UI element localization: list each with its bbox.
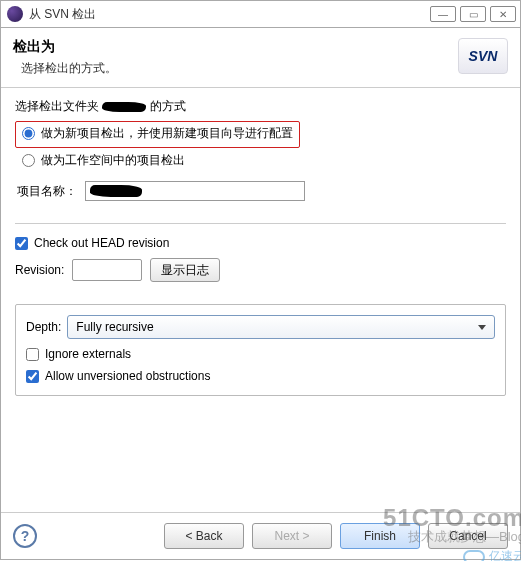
window-title: 从 SVN 检出: [29, 6, 430, 23]
allow-unversioned-checkbox[interactable]: [26, 370, 39, 383]
separator: [15, 223, 506, 224]
project-name-row: 项目名称：: [17, 181, 504, 201]
radio-workspace-input[interactable]: [22, 154, 35, 167]
allow-unversioned-label: Allow unversioned obstructions: [45, 369, 210, 383]
radio-workspace-label: 做为工作空间中的项目检出: [41, 152, 185, 169]
maximize-button[interactable]: ▭: [460, 6, 486, 22]
ignore-externals-row[interactable]: Ignore externals: [26, 347, 495, 361]
method-label-prefix: 选择检出文件夹: [15, 99, 102, 113]
redacted-project-name: [90, 185, 142, 197]
ignore-externals-label: Ignore externals: [45, 347, 131, 361]
window-buttons: — ▭ ✕: [430, 6, 516, 22]
radio-new-project-label: 做为新项目检出，并使用新建项目向导进行配置: [41, 125, 293, 142]
checkout-head-row[interactable]: Check out HEAD revision: [15, 236, 506, 250]
method-group-label: 选择检出文件夹 的方式: [15, 98, 506, 115]
svn-logo-icon: SVN: [458, 38, 508, 74]
banner-title: 检出为: [13, 38, 117, 56]
back-button[interactable]: < Back: [164, 523, 244, 549]
depth-select[interactable]: Fully recursive: [67, 315, 495, 339]
revision-label: Revision:: [15, 263, 64, 277]
allow-unversioned-row[interactable]: Allow unversioned obstructions: [26, 369, 495, 383]
next-button[interactable]: Next >: [252, 523, 332, 549]
cancel-button[interactable]: Cancel: [428, 523, 508, 549]
redacted-folder-name: [102, 102, 146, 112]
depth-label: Depth:: [26, 320, 61, 334]
banner-subtitle: 选择检出的方式。: [13, 60, 117, 77]
radio-new-project[interactable]: 做为新项目检出，并使用新建项目向导进行配置: [22, 125, 293, 142]
radio-workspace-project[interactable]: 做为工作空间中的项目检出: [15, 152, 506, 169]
wizard-footer: ? < Back Next > Finish Cancel: [1, 512, 520, 559]
radio-new-project-input[interactable]: [22, 127, 35, 140]
minimize-button[interactable]: —: [430, 6, 456, 22]
ignore-externals-checkbox[interactable]: [26, 348, 39, 361]
window-body: 检出为 选择检出的方式。 SVN 选择检出文件夹 的方式 做为新项目检出，并使用…: [0, 28, 521, 560]
highlighted-radio-frame: 做为新项目检出，并使用新建项目向导进行配置: [15, 121, 300, 148]
method-label-suffix: 的方式: [146, 99, 185, 113]
show-log-button[interactable]: 显示日志: [150, 258, 220, 282]
project-name-label: 项目名称：: [17, 183, 77, 200]
depth-select-value: Fully recursive: [76, 320, 153, 334]
checkout-head-checkbox[interactable]: [15, 237, 28, 250]
wizard-content: 选择检出文件夹 的方式 做为新项目检出，并使用新建项目向导进行配置 做为工作空间…: [1, 88, 520, 512]
depth-panel: Depth: Fully recursive Ignore externals …: [15, 304, 506, 396]
depth-row: Depth: Fully recursive: [26, 315, 495, 339]
finish-button[interactable]: Finish: [340, 523, 420, 549]
close-button[interactable]: ✕: [490, 6, 516, 22]
revision-row: Revision: 显示日志: [15, 258, 506, 282]
project-name-input[interactable]: [85, 181, 305, 201]
revision-input[interactable]: [72, 259, 142, 281]
wizard-banner: 检出为 选择检出的方式。 SVN: [1, 28, 520, 81]
checkout-head-label: Check out HEAD revision: [34, 236, 169, 250]
help-button[interactable]: ?: [13, 524, 37, 548]
eclipse-icon: [7, 6, 23, 22]
titlebar: 从 SVN 检出 — ▭ ✕: [0, 0, 521, 28]
